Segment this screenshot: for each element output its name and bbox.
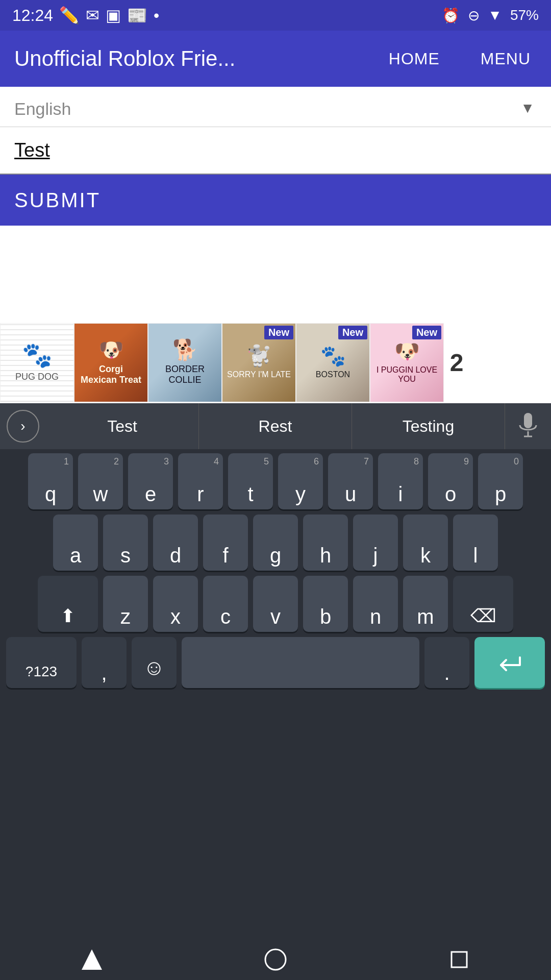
product-badge-sorry: New <box>264 326 293 339</box>
suggestion-testing[interactable]: Testing <box>352 403 505 449</box>
product-item-puggin[interactable]: 🐶 I PUGGIN LOVE YOU New <box>370 323 444 402</box>
status-time: 12:24 <box>12 6 53 25</box>
product-item-sorry[interactable]: 🐩 SORRY I'M LATE New <box>222 323 296 402</box>
key-v[interactable]: v <box>253 576 298 632</box>
product-badge-boston: New <box>338 326 367 339</box>
key-d[interactable]: d <box>153 514 198 571</box>
key-y[interactable]: 6y <box>278 453 323 509</box>
text-input-area <box>0 127 551 175</box>
key-j[interactable]: j <box>353 514 398 571</box>
space-key[interactable] <box>182 637 419 688</box>
key-row-4: ?123 , ☺ . <box>6 637 545 688</box>
status-bar-right: ⏰ ⊖ ▼ 57% <box>442 7 539 24</box>
home-nav-button[interactable] <box>255 939 296 980</box>
emoji-key[interactable]: ☺ <box>132 637 177 688</box>
key-i[interactable]: 8i <box>378 453 423 509</box>
submit-button[interactable]: SUBMIT <box>0 175 551 226</box>
language-selector-container: English Spanish French German ▼ <box>0 87 551 127</box>
key-t[interactable]: 5t <box>228 453 273 509</box>
product-strip: 🐾 PUG DOG 🐶 CorgiMexican Treat 🐕 BORDER … <box>0 322 551 403</box>
key-q[interactable]: 1q <box>28 453 73 509</box>
key-m[interactable]: m <box>403 576 448 632</box>
news-icon: 📰 <box>127 6 147 25</box>
comma-key[interactable]: , <box>82 637 127 688</box>
text-input[interactable] <box>14 139 537 161</box>
key-a[interactable]: a <box>53 514 98 571</box>
key-row-1: 1q 2w 3e 4r 5t 6y 7u 8i 9o 0p <box>6 453 545 509</box>
wifi-icon: ▼ <box>488 7 502 23</box>
svg-point-4 <box>265 949 286 970</box>
product-item-corgi[interactable]: 🐶 CorgiMexican Treat <box>74 323 148 402</box>
chevron-right-icon: › <box>7 410 39 443</box>
status-bar: 12:24 ✏️ ✉ ▣ 📰 • ⏰ ⊖ ▼ 57% <box>0 0 551 31</box>
bottom-nav <box>0 939 551 980</box>
key-row-2: a s d f g h j k l <box>6 514 545 571</box>
key-l[interactable]: l <box>453 514 498 571</box>
svg-rect-5 <box>452 952 467 967</box>
header-nav: HOME MENU <box>368 31 551 87</box>
key-b[interactable]: b <box>303 576 348 632</box>
recents-nav-button[interactable] <box>439 939 480 980</box>
key-c[interactable]: c <box>203 576 248 632</box>
key-h[interactable]: h <box>303 514 348 571</box>
dot-icon: • <box>154 6 159 25</box>
key-e[interactable]: 3e <box>128 453 173 509</box>
status-bar-left: 12:24 ✏️ ✉ ▣ 📰 • <box>12 6 159 25</box>
key-row-3: ⬆ z x c v b n m ⌫ <box>6 576 545 632</box>
keyboard: › Test Rest Testing 1q 2w 3e 4r 5t 6y 7u… <box>0 403 551 980</box>
key-g[interactable]: g <box>253 514 298 571</box>
period-key[interactable]: . <box>424 637 469 688</box>
key-k[interactable]: k <box>403 514 448 571</box>
pencil-icon: ✏️ <box>59 6 80 25</box>
product-item-border-collie[interactable]: 🐕 BORDER COLLIE <box>148 323 222 402</box>
key-p[interactable]: 0p <box>478 453 523 509</box>
mail-icon: ✉ <box>86 6 99 25</box>
dnd-icon: ⊖ <box>468 7 480 24</box>
menu-nav-item[interactable]: MENU <box>460 31 551 87</box>
key-o[interactable]: 9o <box>428 453 473 509</box>
key-r[interactable]: 4r <box>178 453 223 509</box>
product-item-pug[interactable]: 🐾 PUG DOG <box>0 323 74 402</box>
key-x[interactable]: x <box>153 576 198 632</box>
key-n[interactable]: n <box>353 576 398 632</box>
keyboard-keys: 1q 2w 3e 4r 5t 6y 7u 8i 9o 0p a s d f g … <box>0 449 551 697</box>
back-nav-button[interactable] <box>71 939 112 980</box>
home-nav-item[interactable]: HOME <box>368 31 460 87</box>
svg-rect-0 <box>524 413 532 428</box>
app-title: Unofficial Roblox Frie... <box>0 46 368 71</box>
key-w[interactable]: 2w <box>78 453 123 509</box>
numbers-key[interactable]: ?123 <box>6 637 77 688</box>
app-header: Unofficial Roblox Frie... HOME MENU <box>0 31 551 87</box>
microphone-icon[interactable] <box>505 403 551 449</box>
key-f[interactable]: f <box>203 514 248 571</box>
key-u[interactable]: 7u <box>328 453 373 509</box>
product-strip-counter: 2 <box>444 323 469 402</box>
suggestion-bar: › Test Rest Testing <box>0 403 551 449</box>
svg-marker-3 <box>82 949 102 970</box>
backspace-key[interactable]: ⌫ <box>453 576 513 632</box>
language-select[interactable]: English Spanish French German <box>14 99 537 127</box>
shift-key[interactable]: ⬆ <box>38 576 98 632</box>
screen-icon: ▣ <box>106 6 121 25</box>
key-z[interactable]: z <box>103 576 148 632</box>
product-item-boston[interactable]: 🐾 BOSTON New <box>296 323 370 402</box>
suggestion-rest[interactable]: Rest <box>199 403 352 449</box>
product-badge-puggin: New <box>412 326 441 339</box>
key-s[interactable]: s <box>103 514 148 571</box>
suggestion-test[interactable]: Test <box>46 403 199 449</box>
suggestion-expand-button[interactable]: › <box>0 403 46 449</box>
battery-text: 57% <box>510 7 539 23</box>
alarm-icon: ⏰ <box>442 7 460 24</box>
enter-key[interactable] <box>474 637 545 688</box>
